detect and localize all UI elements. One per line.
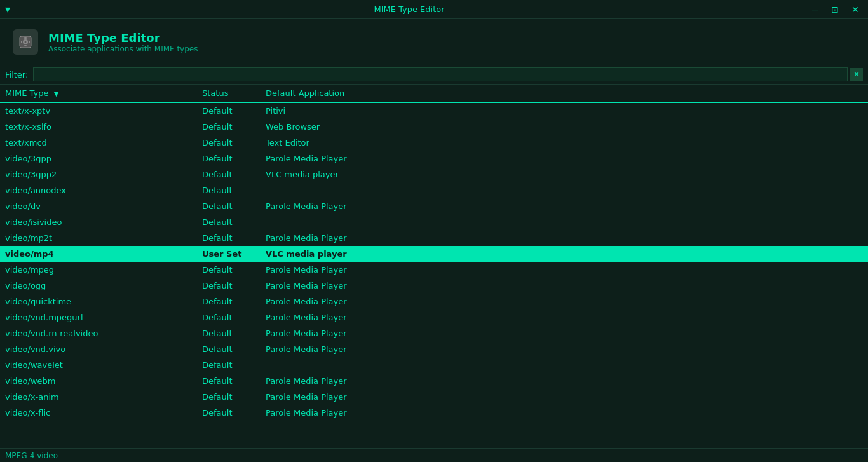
table-row[interactable]: video/vnd.vivoDefaultParole Media Player — [0, 341, 868, 357]
mime-type-cell: text/x-xptv — [0, 102, 197, 119]
status-cell: Default — [197, 230, 261, 246]
mime-type-cell: video/isivideo — [0, 214, 197, 230]
mime-type-cell: video/x-flic — [0, 405, 197, 421]
default-app-cell: Parole Media Player — [261, 262, 868, 278]
svg-rect-5 — [21, 41, 22, 43]
table-row[interactable]: video/isivideoDefault — [0, 214, 868, 230]
sort-arrow-icon: ▼ — [54, 90, 59, 97]
table-row[interactable]: video/mp4User SetVLC media player — [0, 246, 868, 262]
header-text: MIME Type Editor Associate applications … — [48, 31, 198, 53]
statusbar: MPEG-4 video — [0, 448, 868, 462]
mime-type-cell: video/vnd.rn-realvideo — [0, 325, 197, 341]
status-cell: Default — [197, 357, 261, 373]
status-cell: Default — [197, 214, 261, 230]
table-row[interactable]: video/quicktimeDefaultParole Media Playe… — [0, 294, 868, 309]
svg-rect-6 — [29, 41, 30, 43]
table-row[interactable]: video/x-flicDefaultParole Media Player — [0, 405, 868, 421]
column-default-app-label: Default Application — [266, 88, 344, 98]
column-header-status[interactable]: Status — [197, 85, 261, 102]
status-cell: Default — [197, 309, 261, 325]
filter-label: Filter: — [5, 70, 28, 79]
mime-table-container: MIME Type ▼ Status Default Application t… — [0, 85, 868, 448]
minimize-button[interactable]: ─ — [808, 3, 822, 16]
column-mime-type-label: MIME Type — [5, 88, 48, 98]
table-row[interactable]: text/x-xslfoDefaultWeb Browser — [0, 119, 868, 135]
table-header-row: MIME Type ▼ Status Default Application — [0, 85, 868, 102]
maximize-button[interactable]: ⊡ — [827, 3, 843, 16]
default-app-cell: Parole Media Player — [261, 389, 868, 405]
mime-type-cell: video/3gpp2 — [0, 166, 197, 182]
mime-type-cell: video/mp4 — [0, 246, 197, 262]
status-cell: Default — [197, 119, 261, 135]
table-row[interactable]: video/mp2tDefaultParole Media Player — [0, 230, 868, 246]
default-app-cell: Parole Media Player — [261, 198, 868, 214]
app-title: MIME Type Editor — [48, 31, 198, 44]
status-cell: Default — [197, 294, 261, 309]
default-app-cell — [261, 182, 868, 198]
default-app-cell: Parole Media Player — [261, 405, 868, 421]
status-cell: Default — [197, 389, 261, 405]
app-header: MIME Type Editor Associate applications … — [0, 19, 868, 65]
close-button[interactable]: ✕ — [848, 3, 863, 16]
mime-type-cell: text/x-xslfo — [0, 119, 197, 135]
default-app-cell: Parole Media Player — [261, 278, 868, 294]
filter-bar: Filter: ✕ — [0, 65, 868, 85]
table-row[interactable]: video/x-animDefaultParole Media Player — [0, 389, 868, 405]
filter-input[interactable] — [33, 67, 848, 81]
default-app-cell: Text Editor — [261, 135, 868, 151]
default-app-cell: Parole Media Player — [261, 341, 868, 357]
default-app-cell: Parole Media Player — [261, 294, 868, 309]
mime-type-cell: video/wavelet — [0, 357, 197, 373]
titlebar-menu-icon[interactable]: ▾ — [5, 3, 10, 15]
status-cell: Default — [197, 325, 261, 341]
status-cell: Default — [197, 102, 261, 119]
column-header-mime-type[interactable]: MIME Type ▼ — [0, 85, 197, 102]
table-row[interactable]: video/vnd.mpegurlDefaultParole Media Pla… — [0, 309, 868, 325]
mime-type-cell: video/webm — [0, 373, 197, 389]
mime-type-cell: video/ogg — [0, 278, 197, 294]
svg-rect-3 — [24, 37, 27, 39]
mime-type-cell: video/quicktime — [0, 294, 197, 309]
mime-type-cell: video/vnd.vivo — [0, 341, 197, 357]
mime-type-cell: video/vnd.mpegurl — [0, 309, 197, 325]
status-cell: Default — [197, 198, 261, 214]
default-app-cell: VLC media player — [261, 166, 868, 182]
default-app-cell: Parole Media Player — [261, 309, 868, 325]
default-app-cell: Parole Media Player — [261, 151, 868, 166]
table-row[interactable]: video/annodexDefault — [0, 182, 868, 198]
table-row[interactable]: text/x-xptvDefaultPitivi — [0, 102, 868, 119]
mime-type-cell: video/3gpp — [0, 151, 197, 166]
table-row[interactable]: text/xmcdDefaultText Editor — [0, 135, 868, 151]
default-app-cell: Parole Media Player — [261, 325, 868, 341]
filter-clear-button[interactable]: ✕ — [850, 68, 863, 81]
svg-point-2 — [25, 41, 27, 43]
titlebar: ▾ MIME Type Editor ─ ⊡ ✕ — [0, 0, 868, 19]
default-app-cell: Parole Media Player — [261, 373, 868, 389]
default-app-cell: Parole Media Player — [261, 230, 868, 246]
mime-type-cell: video/dv — [0, 198, 197, 214]
table-row[interactable]: video/oggDefaultParole Media Player — [0, 278, 868, 294]
status-cell: Default — [197, 182, 261, 198]
default-app-cell: Web Browser — [261, 119, 868, 135]
app-description: Associate applications with MIME types — [48, 44, 198, 53]
table-row[interactable]: video/mpegDefaultParole Media Player — [0, 262, 868, 278]
table-row[interactable]: video/3gppDefaultParole Media Player — [0, 151, 868, 166]
default-app-cell — [261, 214, 868, 230]
table-row[interactable]: video/webmDefaultParole Media Player — [0, 373, 868, 389]
table-body: text/x-xptvDefaultPitivitext/x-xslfoDefa… — [0, 102, 868, 421]
status-cell: Default — [197, 341, 261, 357]
table-row[interactable]: video/vnd.rn-realvideoDefaultParole Medi… — [0, 325, 868, 341]
table-row[interactable]: video/3gpp2DefaultVLC media player — [0, 166, 868, 182]
table-row[interactable]: video/dvDefaultParole Media Player — [0, 198, 868, 214]
status-cell: Default — [197, 373, 261, 389]
app-icon — [13, 29, 38, 55]
table-row[interactable]: video/waveletDefault — [0, 357, 868, 373]
status-cell: Default — [197, 278, 261, 294]
mime-type-cell: video/mp2t — [0, 230, 197, 246]
column-header-default-app[interactable]: Default Application — [261, 85, 868, 102]
mime-table: MIME Type ▼ Status Default Application t… — [0, 85, 868, 421]
default-app-cell — [261, 357, 868, 373]
mime-type-cell: video/x-anim — [0, 389, 197, 405]
default-app-cell: VLC media player — [261, 246, 868, 262]
status-cell: Default — [197, 405, 261, 421]
